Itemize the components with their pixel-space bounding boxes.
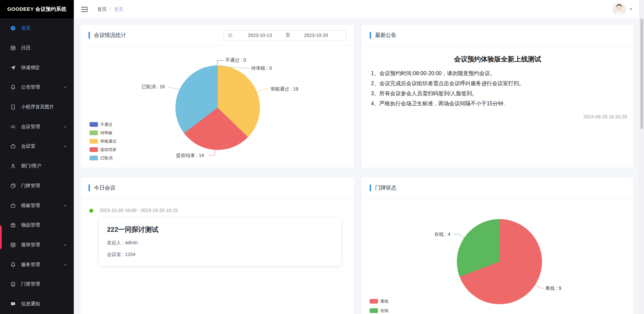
- pie-label: 不通过 : 0: [225, 57, 246, 63]
- room-label: 会议室: [107, 252, 121, 257]
- sidebar-item[interactable]: 小程序首页图片: [0, 97, 74, 117]
- chat-icon: [10, 301, 16, 307]
- announcement-timestamp: 2023-08-29 16:33:29: [362, 114, 634, 119]
- card-accent-bar: [370, 185, 371, 191]
- sidebar-item-label: 模板管理: [21, 203, 63, 209]
- legend-label: 待审核: [100, 130, 112, 136]
- pie-label: 提前结束 : 14: [176, 153, 204, 159]
- chevron-down-icon: [63, 263, 67, 267]
- legend-marker: [370, 308, 378, 313]
- legend-marker: [370, 299, 378, 304]
- sidebar-item[interactable]: 部门/用户: [0, 156, 74, 176]
- announcement-line: 2、会议完成后会议组织者需点击会议呼叫服务进行会议室打扫。: [371, 78, 624, 89]
- announcement-line: 3、所有会议参会人员需扫码签到/人脸签到。: [371, 89, 624, 99]
- chart-legend: 离线 在线: [370, 299, 388, 314]
- breadcrumb-separator: /: [110, 7, 111, 12]
- sidebar-item-label: 快速绑定: [21, 65, 67, 71]
- timeline-dot: [89, 209, 93, 213]
- bell-icon: [10, 262, 16, 268]
- send-icon: [10, 65, 16, 71]
- meeting-stats-pie[interactable]: [175, 65, 260, 150]
- card-accent-bar: [370, 32, 371, 39]
- legend-marker: [90, 130, 98, 135]
- announcement-line: 1、会议预约时间:08:00-20:00，请勿随意预约会议。: [371, 68, 624, 78]
- sidebar-item[interactable]: 门牌管理: [0, 176, 74, 196]
- meeting-stats-card: 会议情况统计 2023-10-13 至 2023-10-20 不通过 : 0 待…: [80, 25, 354, 168]
- announcement-body: 1、会议预约时间:08:00-20:00，请勿随意预约会议。 2、会议完成后会议…: [362, 64, 634, 109]
- meeting-room: 会议室 : 1204: [107, 252, 333, 258]
- sidebar-scrollbar-thumb[interactable]: [0, 225, 2, 249]
- sidebar-item[interactable]: 门禁管理: [0, 274, 74, 294]
- separator: :: [121, 252, 125, 257]
- breadcrumb-home[interactable]: 首页: [97, 6, 107, 12]
- page-scrollbar[interactable]: [639, 0, 644, 314]
- sidebar-item-label: 小程序首页图片: [21, 104, 67, 110]
- breadcrumb: 首页 / 首页: [97, 6, 123, 12]
- sidebar: GOODEEY 会议预约系统 首页 日历 快速绑定 公告管理: [0, 0, 74, 314]
- legend-item[interactable]: 待审核: [90, 130, 116, 135]
- sidebar-item-label: 公告管理: [21, 84, 63, 90]
- avatar[interactable]: [612, 3, 626, 16]
- sidebar-item[interactable]: 首页: [0, 18, 74, 38]
- doorplate-status-card: 门牌状态 在线 : 4 离线 : 9 离线 在线: [362, 177, 634, 314]
- storage-box-icon: [10, 203, 16, 209]
- sidebar-item-label: 会议室: [21, 143, 63, 149]
- legend-label: 提前结束: [100, 147, 116, 153]
- announcement-subject: 会议预约体验版全新上线测试: [362, 55, 634, 64]
- sidebar-item-label: 门禁管理: [21, 281, 67, 287]
- sidebar-item-label: 日历: [21, 45, 67, 51]
- sidebar-item[interactable]: 公告管理: [0, 77, 74, 97]
- legend-item[interactable]: 提前结束: [90, 147, 116, 152]
- chevron-down-icon: [63, 125, 67, 129]
- announcement-card: 最新公告 会议预约体验版全新上线测试 1、会议预约时间:08:00-20:00，…: [362, 25, 634, 168]
- sidebar-item-label: 首页: [21, 25, 67, 31]
- dashboard-icon: [10, 25, 16, 31]
- page-scrollbar-thumb[interactable]: [640, 18, 643, 129]
- caret-down-icon[interactable]: ▼: [629, 7, 633, 11]
- today-meetings-card: 今日会议 2023-10-20 16:00 - 2023-10-20 16:15…: [80, 177, 354, 314]
- sidebar-item[interactable]: 服务管理: [0, 255, 74, 274]
- date-end: 2023-10-20: [290, 33, 342, 38]
- storage-box-icon: [10, 143, 16, 149]
- separator: :: [121, 240, 125, 245]
- card-title: 最新公告: [375, 32, 396, 39]
- top-header: 首页 / 首页 ▼: [74, 0, 639, 18]
- bell-icon: [10, 84, 16, 90]
- sidebar-item[interactable]: 快速绑定: [0, 58, 74, 77]
- sidebar-item[interactable]: 值班管理: [0, 235, 74, 255]
- calendar-icon: [10, 242, 16, 248]
- meeting-item[interactable]: 222一同探讨测试 发起人 : admin 会议室 : 1204: [99, 218, 341, 266]
- sidebar-item[interactable]: 模板管理: [0, 196, 74, 215]
- legend-label: 离线: [380, 299, 388, 304]
- app-logo: GOODEEY 会议预约系统: [0, 0, 74, 18]
- pie-label: 在线 : 4: [434, 231, 450, 238]
- sidebar-item[interactable]: 日历: [0, 38, 74, 58]
- legend-item[interactable]: 在线: [370, 308, 388, 313]
- organizer-value: admin: [125, 240, 138, 245]
- card-accent-bar: [89, 185, 90, 191]
- legend-label: 不通过: [100, 122, 112, 127]
- sidebar-item[interactable]: 信息通知: [0, 294, 74, 314]
- sidebar-item[interactable]: 物品管理: [0, 215, 74, 235]
- card-accent-bar: [89, 32, 90, 39]
- legend-item[interactable]: 不通过: [90, 122, 116, 127]
- chevron-down-icon: [63, 85, 67, 89]
- legend-item[interactable]: 已取消: [90, 156, 116, 160]
- legend-marker: [90, 156, 98, 160]
- sidebar-nav: 首页 日历 快速绑定 公告管理: [0, 18, 74, 314]
- legend-label: 在线: [380, 308, 388, 314]
- legend-label: 已取消: [100, 155, 112, 161]
- legend-item[interactable]: 离线: [370, 299, 388, 304]
- card-title: 会议情况统计: [94, 32, 126, 39]
- collapse-sidebar-icon[interactable]: [80, 5, 89, 13]
- pie-label: 已取消 : 18: [142, 84, 165, 90]
- date-range-picker[interactable]: 2023-10-13 至 2023-10-20: [223, 30, 346, 41]
- legend-marker: [90, 147, 98, 152]
- legend-item[interactable]: 审核通过: [90, 139, 116, 144]
- announcement-line: 4、严格执行会场卫生标准，两场会议间隔不小于15分钟.: [371, 99, 624, 109]
- sidebar-item[interactable]: 会议管理: [0, 117, 74, 137]
- sidebar-item-label: 值班管理: [21, 242, 63, 248]
- doorplate-pie[interactable]: [457, 219, 542, 304]
- checklist-icon: [10, 124, 16, 130]
- sidebar-item[interactable]: 会议室: [0, 137, 74, 156]
